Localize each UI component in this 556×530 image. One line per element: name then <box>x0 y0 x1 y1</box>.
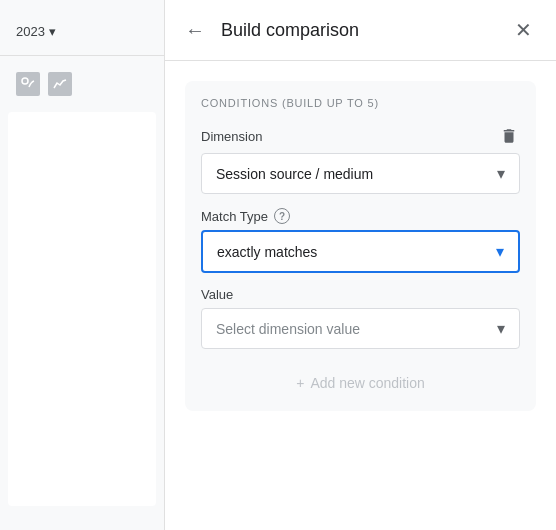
back-button[interactable]: ← <box>181 15 209 46</box>
sidebar-year-label: 2023 <box>16 24 45 39</box>
help-icon-text: ? <box>279 211 285 222</box>
panel-header: ← Build comparison ✕ <box>165 0 556 61</box>
header-left: ← Build comparison <box>181 15 359 46</box>
svg-point-0 <box>22 78 28 84</box>
sidebar-icons-area <box>0 64 164 104</box>
dimension-value: Session source / medium <box>216 166 497 182</box>
match-type-row: Match Type ? exactly matches ▾ <box>201 208 520 273</box>
match-type-help-icon[interactable]: ? <box>274 208 290 224</box>
dimension-dropdown[interactable]: Session source / medium ▾ <box>201 153 520 194</box>
value-row: Value Select dimension value ▾ <box>201 287 520 349</box>
sidebar-icon-row-1 <box>16 72 148 96</box>
close-button[interactable]: ✕ <box>511 14 536 46</box>
dimension-dropdown-arrow: ▾ <box>497 164 505 183</box>
value-placeholder: Select dimension value <box>216 321 497 337</box>
panel-body: CONDITIONS (BUILD UP TO 5) Dimension Ses… <box>165 61 556 530</box>
value-field-header: Value <box>201 287 520 302</box>
close-icon: ✕ <box>515 18 532 42</box>
panel-title: Build comparison <box>221 20 359 41</box>
sidebar-year-selector[interactable]: 2023 ▾ <box>0 16 164 47</box>
match-type-dropdown-arrow: ▾ <box>496 242 504 261</box>
add-condition-icon: + <box>296 375 304 391</box>
conditions-label: CONDITIONS (BUILD UP TO 5) <box>201 97 520 109</box>
value-dropdown-arrow: ▾ <box>497 319 505 338</box>
add-condition-button[interactable]: + Add new condition <box>296 375 425 391</box>
value-label: Value <box>201 287 233 302</box>
dimension-row: Dimension Session source / medium ▾ <box>201 125 520 194</box>
match-type-label-row: Match Type ? <box>201 208 520 224</box>
match-type-value: exactly matches <box>217 244 496 260</box>
match-type-label: Match Type <box>201 209 268 224</box>
back-icon: ← <box>185 19 205 42</box>
dimension-field-header: Dimension <box>201 125 520 147</box>
dimension-delete-button[interactable] <box>498 125 520 147</box>
sidebar-divider <box>0 55 164 56</box>
dimension-label: Dimension <box>201 129 262 144</box>
add-condition-row: + Add new condition <box>201 363 520 395</box>
sidebar-icon-placeholder-1 <box>16 72 40 96</box>
value-dropdown[interactable]: Select dimension value ▾ <box>201 308 520 349</box>
sidebar-icon-placeholder-2 <box>48 72 72 96</box>
sidebar: 2023 ▾ <box>0 0 165 530</box>
main-panel: ← Build comparison ✕ CONDITIONS (BUILD U… <box>165 0 556 530</box>
conditions-section: CONDITIONS (BUILD UP TO 5) Dimension Ses… <box>185 81 536 411</box>
sidebar-year-arrow: ▾ <box>49 24 56 39</box>
match-type-dropdown[interactable]: exactly matches ▾ <box>201 230 520 273</box>
sidebar-content-area <box>8 112 156 506</box>
add-condition-label: Add new condition <box>310 375 424 391</box>
